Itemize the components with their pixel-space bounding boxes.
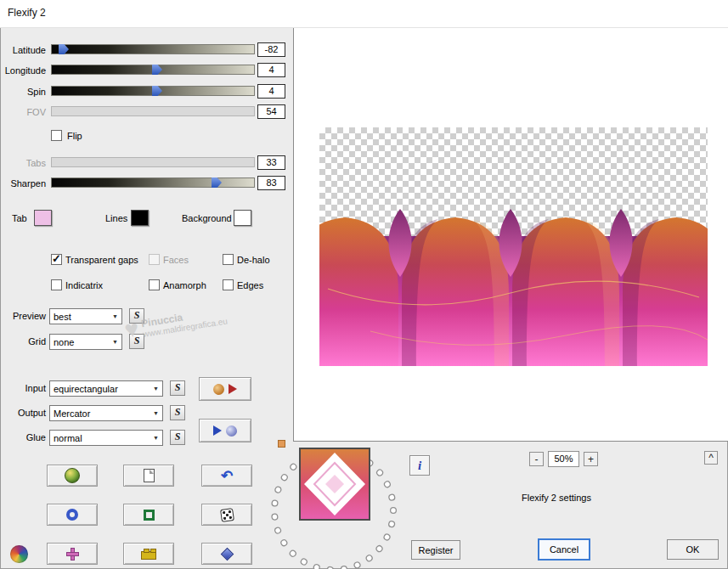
longitude-value[interactable]: 4	[257, 63, 285, 77]
settings-caption: Flexify 2 settings	[471, 493, 641, 503]
unfolded-cube-icon	[66, 548, 79, 561]
glue-dropdown-label: Glue	[2, 432, 46, 442]
plugin-logo-icon	[10, 545, 28, 563]
latitude-slider[interactable]	[51, 44, 255, 54]
tab-color-label: Tab	[12, 213, 27, 223]
grid-dropdown-value: none	[54, 337, 110, 347]
lines-color-label: Lines	[105, 213, 127, 223]
anamorph-label: Anamorph	[163, 280, 206, 290]
preview-canvas	[293, 28, 728, 442]
sharpen-value[interactable]: 83	[257, 176, 285, 190]
globe-button[interactable]	[47, 465, 98, 487]
undo-button[interactable]: ↶	[201, 465, 252, 487]
undo-icon: ↶	[221, 469, 233, 483]
green-frame-icon	[144, 510, 155, 521]
glue-dropdown-value: normal	[54, 433, 151, 443]
settings-thumbnail[interactable]	[299, 448, 370, 521]
window-title: Flexify 2	[8, 7, 46, 19]
preview-dropdown-value: best	[54, 312, 110, 322]
gem-button[interactable]	[201, 543, 252, 565]
fov-label: FOV	[2, 107, 46, 117]
zoom-in-button[interactable]: +	[584, 452, 598, 466]
anamorph-checkbox[interactable]	[149, 279, 160, 290]
input-dropdown[interactable]: equirectangular ▼	[49, 380, 163, 397]
longitude-label: Longitude	[2, 65, 46, 76]
ring-button[interactable]	[47, 504, 98, 526]
scroll-up-button[interactable]: ^	[704, 451, 718, 465]
flip-checkbox[interactable]	[51, 130, 62, 141]
input-animation-button[interactable]	[199, 377, 251, 401]
fov-slider	[51, 106, 255, 116]
dice-icon	[220, 508, 234, 522]
ok-button[interactable]: OK	[667, 539, 719, 560]
tabs-value[interactable]: 33	[257, 155, 285, 170]
output-dropdown[interactable]: Mercator ▼	[49, 405, 163, 421]
preview-dropdown-label: Preview	[2, 311, 46, 321]
sharpen-slider-thumb[interactable]	[212, 177, 222, 188]
tab-color-swatch[interactable]	[34, 210, 52, 226]
tabs-slider	[51, 157, 255, 167]
zoom-level: 50%	[548, 451, 579, 467]
input-seed-button[interactable]: S	[170, 380, 185, 396]
zoom-out-button[interactable]: -	[529, 452, 544, 466]
grid-dropdown[interactable]: none ▼	[49, 334, 122, 350]
dehalo-checkbox[interactable]	[223, 254, 234, 265]
latitude-slider-thumb[interactable]	[59, 44, 69, 54]
spin-slider[interactable]	[51, 86, 255, 96]
ring-icon	[66, 509, 78, 521]
indicatrix-checkbox[interactable]	[51, 279, 62, 290]
random-dice-button[interactable]	[201, 504, 252, 526]
longitude-slider-thumb[interactable]	[152, 65, 162, 75]
grid-seed-button[interactable]: S	[129, 334, 144, 349]
dehalo-label: De-halo	[237, 255, 270, 265]
flexify2-dialog: Flexify 2	[0, 0, 728, 569]
frame-button[interactable]	[123, 504, 174, 526]
sharpen-slider[interactable]	[51, 177, 255, 188]
output-dropdown-value: Mercator	[54, 408, 151, 419]
longitude-slider[interactable]	[51, 65, 255, 75]
latitude-label: Latitude	[2, 45, 46, 55]
preview-dropdown[interactable]: best ▼	[49, 308, 122, 324]
watermark-name: Pinuccia	[140, 304, 227, 330]
page-icon	[144, 469, 155, 482]
output-dropdown-label: Output	[2, 408, 46, 418]
sharpen-label: Sharpen	[2, 178, 46, 189]
grid-dropdown-label: Grid	[2, 336, 46, 346]
background-color-swatch[interactable]	[234, 210, 251, 226]
tabs-label: Tabs	[2, 158, 46, 168]
unfold-cube-button[interactable]	[47, 543, 98, 565]
transparency-checkerboard	[319, 127, 708, 366]
register-button[interactable]: Register	[411, 540, 460, 560]
output-seed-button[interactable]: S	[170, 405, 185, 420]
glue-dropdown[interactable]: normal ▼	[49, 430, 163, 446]
rendered-image	[319, 127, 708, 366]
background-color-label: Background	[182, 213, 232, 223]
fov-value[interactable]: 54	[257, 104, 285, 119]
brick-icon	[141, 551, 156, 560]
transparent-gaps-checkbox[interactable]: ✓	[51, 254, 62, 265]
brick-button[interactable]	[123, 543, 174, 565]
copy-page-button[interactable]	[123, 465, 174, 487]
spin-value[interactable]: 4	[257, 84, 285, 99]
play-icon	[213, 425, 222, 436]
globe-icon	[65, 468, 80, 483]
faces-label: Faces	[163, 255, 189, 265]
spin-slider-thumb[interactable]	[152, 86, 162, 96]
play-icon	[229, 384, 237, 394]
latitude-value[interactable]: -82	[257, 42, 285, 57]
edges-checkbox[interactable]	[223, 279, 234, 290]
gem-icon	[220, 547, 234, 561]
cancel-button[interactable]: Cancel	[538, 538, 590, 561]
glue-seed-button[interactable]: S	[170, 430, 185, 445]
chevron-down-icon: ▼	[153, 435, 159, 441]
input-dropdown-value: equirectangular	[54, 384, 151, 394]
info-button[interactable]: i	[409, 455, 430, 476]
chevron-down-icon: ▼	[153, 386, 159, 392]
transparent-gaps-label: Transparent gaps	[65, 255, 138, 265]
flip-label: Flip	[67, 131, 82, 141]
glue-animation-button[interactable]	[199, 419, 251, 442]
lines-color-swatch[interactable]	[131, 210, 149, 226]
preview-seed-button[interactable]: S	[129, 308, 144, 324]
input-dropdown-label: Input	[2, 383, 46, 393]
spin-label: Spin	[2, 87, 46, 97]
